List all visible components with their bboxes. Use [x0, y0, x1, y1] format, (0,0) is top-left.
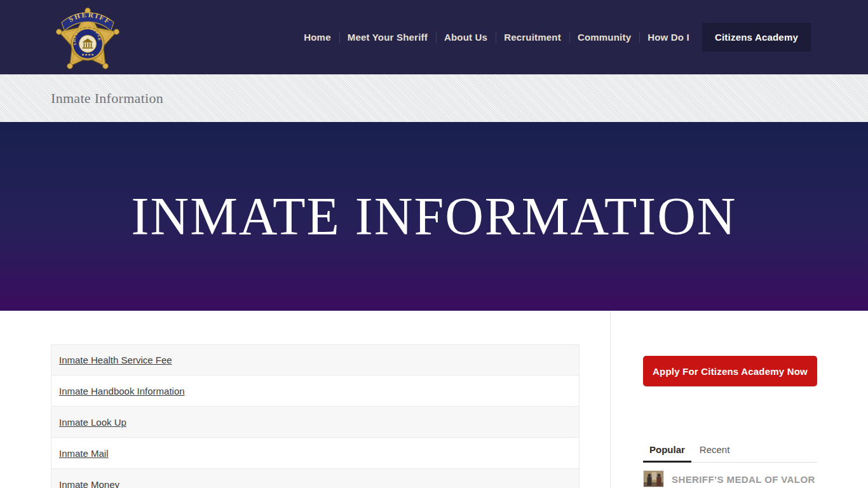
nav-item-home[interactable]: Home [295, 23, 339, 51]
nav-link-meet-your-sheriff[interactable]: Meet Your Sheriff [339, 23, 436, 51]
nav-item-citizens-academy[interactable]: Citizens Academy [698, 23, 811, 51]
hero-banner: INMATE INFORMATION [0, 122, 868, 311]
nav-item-about-us[interactable]: About Us [436, 23, 496, 51]
apply-citizens-academy-button[interactable]: Apply For Citizens Academy Now [643, 356, 817, 386]
main-navigation: Home Meet Your Sheriff About Us Recruitm… [295, 23, 811, 51]
nav-item-recruitment[interactable]: Recruitment [496, 23, 569, 51]
post-title-link[interactable]: SHERIFF’S MEDAL OF VALOR [672, 474, 815, 485]
nav-link-how-do-i[interactable]: How Do I [639, 23, 698, 51]
medal-ceremony-photo-icon [644, 471, 664, 487]
nav-link-about-us[interactable]: About Us [436, 23, 496, 51]
nav-item-community[interactable]: Community [569, 23, 639, 51]
inmate-money-link[interactable]: Inmate Money [59, 479, 119, 488]
list-item[interactable]: Inmate Handbook Information [51, 376, 580, 407]
sidebar-tabs: Popular Recent [643, 444, 817, 463]
nav-item-meet-your-sheriff[interactable]: Meet Your Sheriff [339, 23, 436, 51]
inmate-handbook-information-link[interactable]: Inmate Handbook Information [59, 386, 185, 396]
nav-link-community[interactable]: Community [569, 23, 639, 51]
post-thumbnail[interactable] [643, 470, 664, 487]
inmate-look-up-link[interactable]: Inmate Look Up [59, 417, 126, 428]
list-item[interactable]: Inmate Look Up [51, 407, 580, 438]
tab-popular[interactable]: Popular [643, 444, 691, 463]
breadcrumb-bar: Inmate Information [0, 74, 868, 122]
svg-text:★★★★: ★★★★ [81, 52, 94, 56]
list-item[interactable]: Inmate Mail [51, 438, 580, 469]
page-title: INMATE INFORMATION [132, 186, 737, 247]
sidebar: Apply For Citizens Academy Now Popular R… [610, 311, 817, 488]
sheriff-badge-logo[interactable]: SHERIFF'S DEPARTMENT ★★★★ SHERIFF [52, 4, 123, 74]
nav-item-how-do-i[interactable]: How Do I [639, 23, 698, 51]
site-header: SHERIFF'S DEPARTMENT ★★★★ SHERIFF Home M… [0, 0, 868, 74]
inmate-health-service-fee-link[interactable]: Inmate Health Service Fee [59, 355, 172, 365]
list-item[interactable]: Inmate Money [51, 469, 580, 488]
breadcrumb-title: Inmate Information [51, 90, 163, 107]
sheriff-star-icon: SHERIFF'S DEPARTMENT ★★★★ SHERIFF [52, 4, 123, 74]
tab-recent[interactable]: Recent [693, 444, 736, 463]
popular-post-item[interactable]: SHERIFF’S MEDAL OF VALOR [643, 470, 817, 487]
nav-link-home[interactable]: Home [295, 23, 339, 51]
nav-link-recruitment[interactable]: Recruitment [496, 23, 569, 51]
inmate-mail-link[interactable]: Inmate Mail [59, 448, 109, 459]
list-item[interactable]: Inmate Health Service Fee [51, 344, 580, 376]
inmate-links-list: Inmate Health Service Fee Inmate Handboo… [51, 344, 580, 488]
main-column: Inmate Health Service Fee Inmate Handboo… [51, 311, 580, 488]
nav-link-citizens-academy[interactable]: Citizens Academy [702, 23, 811, 51]
content-area: Inmate Health Service Fee Inmate Handboo… [0, 311, 868, 488]
